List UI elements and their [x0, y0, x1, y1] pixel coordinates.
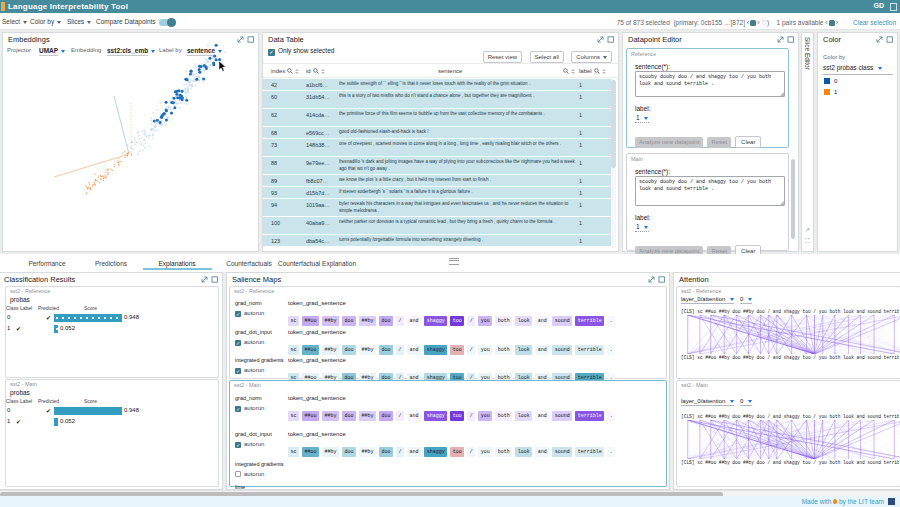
- panel-resize-icons[interactable]: [597, 36, 614, 43]
- col-index[interactable]: index: [271, 68, 299, 75]
- col-id[interactable]: id: [306, 68, 325, 75]
- layer-select[interactable]: layer_0/attention: [681, 296, 734, 304]
- label-select[interactable]: 1: [636, 114, 648, 121]
- expand-icon[interactable]: ↗: [805, 226, 810, 233]
- columns-button[interactable]: Columns: [571, 51, 612, 63]
- col-label[interactable]: label: [579, 68, 606, 75]
- attention-tokens-bottom: [CLS] sc ##oo ##by doo ##by doo / and sh…: [681, 355, 899, 360]
- salience-token: ##by: [322, 447, 339, 457]
- table-row[interactable]: 73148b38…one of creepiest , scariest mov…: [263, 139, 612, 157]
- tab-counterfactual-explanation[interactable]: Counterfactual Explanation: [278, 260, 356, 267]
- cell-index: 68: [271, 130, 277, 136]
- reset-button[interactable]: Reset: [707, 137, 731, 148]
- autorun-checkbox[interactable]: autorun: [235, 471, 264, 477]
- fullscreen-icon[interactable]: ⛶: [805, 238, 809, 245]
- slice-editor-strip[interactable]: Slice Editor ↗ ⛶: [801, 32, 814, 252]
- attention-tokens-top: [CLS] sc ##oo ##by doo ##by doo / and sh…: [681, 414, 899, 419]
- attention-tokens-top: [CLS] sc ##oo ##by doo ##by doo / and sh…: [681, 309, 899, 314]
- pin-pair-icon[interactable]: [829, 20, 835, 26]
- salience-token: /: [467, 411, 475, 421]
- table-row[interactable]: 89fb8c07…we know the plot 's a little cr…: [263, 175, 612, 187]
- salience-token: too: [450, 411, 464, 421]
- table-row[interactable]: 62414cda…the primitive force of this fil…: [263, 109, 612, 127]
- tab-performance[interactable]: Performance: [28, 260, 65, 267]
- drag-handle-icon[interactable]: [449, 258, 459, 265]
- account-label[interactable]: GD: [874, 2, 885, 9]
- salience-token: ##by: [359, 345, 376, 355]
- clear-selection-link[interactable]: Clear selection: [853, 19, 896, 26]
- token-grad-label: token_grad_sentence: [288, 431, 346, 437]
- editor-section-reference: Referencesentence(*):scooby dooby doo / …: [626, 48, 789, 148]
- tab-counterfactuals[interactable]: Counterfactuals: [226, 260, 272, 267]
- head-select[interactable]: 0: [740, 398, 752, 406]
- col-sentence[interactable]: sentence: [438, 68, 462, 74]
- editor-scrollbar[interactable]: [791, 159, 795, 239]
- salience-token: and: [407, 316, 421, 326]
- docs-icon[interactable]: [890, 3, 897, 11]
- analyze-new-datapoint-button[interactable]: Analyze new datapoint: [635, 137, 703, 148]
- pin-datapoint-icon[interactable]: [750, 20, 756, 26]
- prev-pair-button[interactable]: ‹: [825, 19, 827, 26]
- slices-menu[interactable]: Slices: [67, 18, 91, 25]
- autorun-checkbox[interactable]: ✓autorun: [235, 441, 264, 448]
- only-show-selected[interactable]: ✓Only show selected: [268, 47, 334, 56]
- table-scrollbar[interactable]: [611, 80, 616, 248]
- datapoint-editor-panel: Datapoint Editor Referencesentence(*):sc…: [622, 32, 799, 252]
- table-row[interactable]: 941019aa…byler reveals his characters in…: [263, 199, 612, 217]
- table-row[interactable]: 68e569cc…good old-fashioned slash-and-ha…: [263, 127, 612, 139]
- next-datapoint-button[interactable]: ›: [757, 19, 759, 26]
- panel-resize-icons[interactable]: [876, 36, 893, 43]
- table-row[interactable]: 42a1bcf6…the subtle strength of `` ellin…: [263, 79, 612, 91]
- cls-col-label: Label: [20, 305, 32, 311]
- cell-sentence: the subtle strength of `` elling '' is t…: [339, 81, 577, 88]
- color-by-select[interactable]: sst2 probas class: [823, 64, 882, 71]
- select-all-button[interactable]: Select all: [530, 51, 564, 63]
- panel-resize-icons[interactable]: [777, 36, 794, 43]
- layer-select[interactable]: layer_0/attention: [681, 398, 734, 406]
- attention-tokens-bottom: [CLS] sc ##oo ##by doo ##by doo / and sh…: [681, 460, 899, 465]
- table-row[interactable]: 6031db54…this is a story of two misfits …: [263, 91, 612, 109]
- embeddings-panel: Embeddings Projector UMAP Embedding sst2…: [2, 32, 259, 252]
- next-pair-button[interactable]: ›: [836, 19, 838, 26]
- tab-predictions[interactable]: Predictions: [95, 260, 127, 267]
- table-row[interactable]: 889e79ee…fresnadillo 's dark and jolting…: [263, 157, 612, 175]
- label-select[interactable]: 1: [636, 223, 648, 230]
- sentence-textarea[interactable]: scooby dooby doo / and shaggy too / you …: [635, 176, 785, 206]
- clear-button[interactable]: Clear: [735, 136, 761, 148]
- table-row[interactable]: 123dba54c…turns potentially forgettable …: [263, 235, 612, 247]
- classification-section: sst2 - MainprobasClassLabelPredictedScor…: [5, 379, 219, 487]
- panel-resize-icons[interactable]: [648, 276, 665, 283]
- token-grad-label: token_grad_sentence: [288, 395, 346, 401]
- cell-id: d15b7d…: [306, 190, 330, 196]
- head-select[interactable]: 0: [740, 296, 752, 304]
- salience-token: too: [450, 447, 464, 457]
- favorite-icon[interactable]: ♡): [761, 19, 769, 26]
- tab-explanations[interactable]: Explanations: [158, 260, 195, 267]
- sentence-textarea[interactable]: scooby dooby doo / and shaggy too / you …: [635, 71, 785, 97]
- salience-token: ##by: [322, 316, 339, 326]
- autorun-checkbox[interactable]: ✓autorun: [235, 367, 264, 374]
- salience-token: /: [467, 345, 475, 355]
- salience-token: .: [607, 447, 615, 457]
- prev-datapoint-button[interactable]: ‹: [747, 19, 749, 26]
- autorun-checkbox[interactable]: ✓autorun: [235, 405, 264, 412]
- search-icon: [563, 68, 569, 75]
- autorun-checkbox[interactable]: ✓autorun: [235, 339, 264, 346]
- salience-section: sst2 - Referencegrad_norm✓autoruntoken_g…: [229, 286, 667, 379]
- cls-col-predicted: Predicted: [38, 398, 59, 404]
- score-value: 0.052: [60, 325, 75, 331]
- autorun-checkbox[interactable]: ✓autorun: [235, 310, 264, 317]
- table-row[interactable]: 10040aba9…neither parker nor donovan is …: [263, 217, 612, 235]
- compare-datapoints-toggle[interactable]: [159, 19, 176, 26]
- reset-view-button[interactable]: Reset view: [483, 51, 522, 63]
- cell-label: 1: [579, 94, 582, 100]
- legend-item-1: 1: [824, 89, 837, 95]
- salience-token: and: [535, 411, 549, 421]
- panel-resize-icons[interactable]: [201, 276, 218, 283]
- select-menu[interactable]: Select: [2, 18, 27, 25]
- checkbox-checked-icon: ✓: [268, 49, 275, 56]
- color-by-menu[interactable]: Color by: [30, 18, 61, 25]
- embedding-scatter-plot[interactable]: [3, 33, 258, 223]
- col-sentence-tools[interactable]: [561, 68, 575, 75]
- table-row[interactable]: 93d15b7d…if steven soderbergh 's ` solar…: [263, 187, 612, 199]
